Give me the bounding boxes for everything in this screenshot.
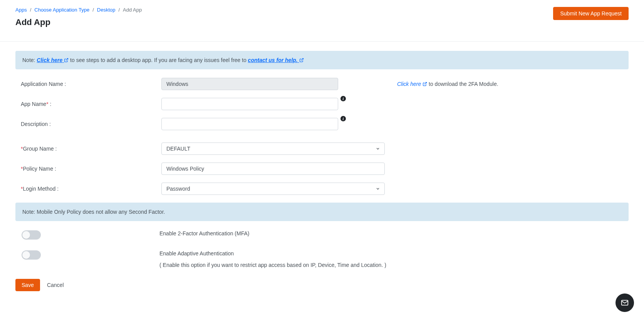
info-icon[interactable]: i <box>340 116 346 121</box>
policy-name-input[interactable] <box>161 163 385 175</box>
external-link-icon <box>423 82 427 86</box>
application-name-label: Application Name : <box>21 81 161 87</box>
login-method-select[interactable]: Password <box>161 183 385 195</box>
app-name-input[interactable] <box>161 98 338 110</box>
external-link-icon <box>299 58 304 62</box>
description-label: Description : <box>21 121 161 127</box>
toggle-knob-icon <box>22 231 30 239</box>
note-mid: to see steps to add a desktop app. If yo… <box>69 57 248 63</box>
note-banner: Note: Click here to see steps to add a d… <box>15 51 629 69</box>
download-2fa-link[interactable]: Click here <box>397 81 427 87</box>
breadcrumb-desktop[interactable]: Desktop <box>97 7 116 13</box>
policy-name-label: *Policy Name : <box>21 166 161 172</box>
breadcrumb-current: Add App <box>123 7 142 13</box>
breadcrumb-sep-icon: / <box>118 7 120 13</box>
mobile-policy-note: Note: Mobile Only Policy does not allow … <box>15 203 629 221</box>
login-method-label: *Login Method : <box>21 186 161 192</box>
group-name-select[interactable]: DEFAULT <box>161 143 385 155</box>
contact-us-link[interactable]: contact us for help. <box>248 57 304 63</box>
svg-line-1 <box>301 59 304 61</box>
enable-mfa-label: Enable 2-Factor Authentication (MFA) <box>159 230 249 236</box>
application-name-input <box>161 78 338 90</box>
enable-adaptive-label: Enable Adaptive Authentication <box>159 250 386 257</box>
divider <box>0 41 644 42</box>
submit-new-app-request-button[interactable]: Submit New App Request <box>553 7 629 20</box>
mail-icon <box>621 299 629 307</box>
enable-adaptive-toggle[interactable] <box>22 250 41 260</box>
external-link-icon <box>64 58 69 62</box>
save-button[interactable]: Save <box>15 279 40 291</box>
cancel-button[interactable]: Cancel <box>47 282 64 288</box>
note-prefix: Note: <box>22 57 37 63</box>
enable-mfa-toggle[interactable] <box>22 230 41 240</box>
breadcrumb-sep-icon: / <box>30 7 32 13</box>
breadcrumb-choose-type[interactable]: Choose Application Type <box>34 7 89 13</box>
app-name-label: App Name* : <box>21 101 161 107</box>
download-2fa-module-note: Click here to download the 2FA Module. <box>397 81 498 87</box>
info-icon[interactable]: i <box>340 96 346 101</box>
svg-line-0 <box>66 59 68 61</box>
click-here-link[interactable]: Click here <box>37 57 69 63</box>
description-input[interactable] <box>161 118 338 130</box>
chat-fab[interactable] <box>615 293 634 312</box>
breadcrumb-sep-icon: / <box>92 7 94 13</box>
breadcrumb: Apps / Choose Application Type / Desktop… <box>15 7 142 13</box>
svg-line-2 <box>424 82 427 85</box>
enable-adaptive-sublabel: ( Enable this option if you want to rest… <box>159 262 386 268</box>
breadcrumb-apps[interactable]: Apps <box>15 7 27 13</box>
toggle-knob-icon <box>22 251 30 259</box>
group-name-label: *Group Name : <box>21 146 161 152</box>
page-title: Add App <box>15 17 142 27</box>
